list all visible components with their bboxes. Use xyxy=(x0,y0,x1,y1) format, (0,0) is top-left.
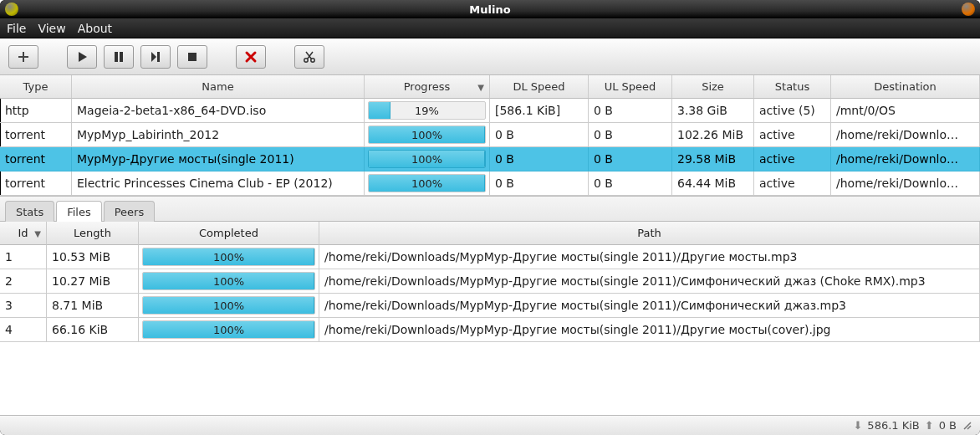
progress-bar: 100% xyxy=(142,296,315,315)
cell-type: http xyxy=(0,99,72,123)
cell-destination: /home/reki/Downlo… xyxy=(831,123,980,147)
cell-name: MypMyp_Labirinth_2012 xyxy=(72,123,365,147)
remove-button[interactable] xyxy=(236,45,266,69)
add-button[interactable] xyxy=(8,45,38,69)
cell-size: 29.58 MiB xyxy=(672,147,754,171)
menu-about[interactable]: About xyxy=(78,22,112,35)
cell-file-completed: 100% xyxy=(139,318,319,342)
tab-files[interactable]: Files xyxy=(56,201,102,222)
cell-type: torrent xyxy=(0,147,72,171)
cell-file-completed: 100% xyxy=(139,245,319,269)
cell-file-completed: 100% xyxy=(139,294,319,318)
col-progress[interactable]: Progress▼ xyxy=(365,75,490,99)
cell-destination: /home/reki/Downlo… xyxy=(831,171,980,196)
minimize-button[interactable] xyxy=(5,3,18,16)
downloads-header: Type Name Progress▼ DL Speed UL Speed Si… xyxy=(0,75,980,99)
cell-progress: 19% xyxy=(365,99,490,123)
x-icon xyxy=(244,50,258,64)
close-button[interactable] xyxy=(962,3,975,16)
cell-name: МурМур-Другие мосты(single 2011) xyxy=(72,147,365,171)
pause-icon xyxy=(112,50,125,64)
cell-ul-speed: 0 B xyxy=(589,99,672,123)
col-type[interactable]: Type xyxy=(0,75,72,99)
progress-bar: 19% xyxy=(368,101,486,120)
svg-rect-3 xyxy=(188,53,197,61)
cell-progress: 100% xyxy=(365,147,490,171)
cell-file-id: 3 xyxy=(0,294,47,318)
cell-status: active xyxy=(754,147,831,171)
cell-dl-speed: 0 B xyxy=(490,123,589,147)
start-button[interactable] xyxy=(67,45,97,69)
progress-bar: 100% xyxy=(368,150,486,168)
table-row[interactable]: 110.53 MiB100%/home/reki/Downloads/МурМу… xyxy=(0,245,980,269)
resize-grip[interactable] xyxy=(962,421,973,431)
progress-bar: 100% xyxy=(142,272,315,290)
stop-button[interactable] xyxy=(177,45,207,69)
cell-file-id: 4 xyxy=(0,318,47,342)
cell-dl-speed: [586.1 KiB] xyxy=(490,99,589,123)
cell-ul-speed: 0 B xyxy=(589,123,672,147)
col-file-completed[interactable]: Completed xyxy=(139,222,319,245)
downloads-table: Type Name Progress▼ DL Speed UL Speed Si… xyxy=(0,75,980,197)
cell-progress: 100% xyxy=(365,123,490,147)
cell-name: Electric Princesses Cinema Club - EP (20… xyxy=(72,171,365,196)
sort-desc-icon: ▼ xyxy=(34,228,41,238)
col-status[interactable]: Status xyxy=(754,75,831,99)
cell-file-path: /home/reki/Downloads/МурМур-Другие мосты… xyxy=(319,269,980,294)
cell-dl-speed: 0 B xyxy=(490,147,589,171)
col-file-id[interactable]: Id▼ xyxy=(0,222,47,245)
details-pane: Stats Files Peers Id▼ Length Completed P… xyxy=(0,197,980,415)
col-name[interactable]: Name xyxy=(72,75,365,99)
cell-size: 64.44 MiB xyxy=(672,171,754,196)
cell-size: 3.38 GiB xyxy=(672,99,754,123)
cell-dl-speed: 0 B xyxy=(490,171,589,196)
cut-button[interactable] xyxy=(294,45,324,69)
download-arrow-icon: ⬇ xyxy=(853,419,862,432)
cell-file-id: 1 xyxy=(0,245,47,269)
cell-file-path: /home/reki/Downloads/МурМур-Другие мосты… xyxy=(319,245,980,269)
table-row[interactable]: 210.27 MiB100%/home/reki/Downloads/МурМу… xyxy=(0,269,980,294)
progress-bar: 100% xyxy=(368,174,486,192)
next-icon xyxy=(149,50,162,64)
table-row[interactable]: httpMageia-2-beta1-x86_64-DVD.iso19%[586… xyxy=(0,99,980,123)
cell-ul-speed: 0 B xyxy=(589,171,672,196)
menubar: File View About xyxy=(0,18,980,38)
cell-destination: /home/reki/Downlo… xyxy=(831,147,980,171)
scissors-icon xyxy=(303,50,316,64)
table-row[interactable]: torrentElectric Princesses Cinema Club -… xyxy=(0,171,980,196)
cell-file-id: 2 xyxy=(0,269,47,294)
cell-type: torrent xyxy=(0,123,72,147)
cell-file-path: /home/reki/Downloads/МурМур-Другие мосты… xyxy=(319,318,980,342)
tab-peers[interactable]: Peers xyxy=(104,201,156,222)
cell-name: Mageia-2-beta1-x86_64-DVD.iso xyxy=(72,99,365,123)
table-row[interactable]: torrentМурМур-Другие мосты(single 2011)1… xyxy=(0,147,980,171)
stop-icon xyxy=(186,50,199,64)
titlebar[interactable]: Mulino xyxy=(0,0,980,18)
pause-button[interactable] xyxy=(104,45,134,69)
table-row[interactable]: 466.16 KiB100%/home/reki/Downloads/МурМу… xyxy=(0,318,980,342)
cell-file-length: 66.16 KiB xyxy=(47,318,139,342)
cell-ul-speed: 0 B xyxy=(589,147,672,171)
cell-type: torrent xyxy=(0,171,72,196)
col-size[interactable]: Size xyxy=(672,75,754,99)
next-button[interactable] xyxy=(140,45,171,69)
col-destination[interactable]: Destination xyxy=(831,75,980,99)
menu-view[interactable]: View xyxy=(38,22,65,35)
col-dl-speed[interactable]: DL Speed xyxy=(490,75,589,99)
progress-bar: 100% xyxy=(368,125,486,144)
menu-file[interactable]: File xyxy=(7,22,26,35)
svg-rect-2 xyxy=(157,52,160,62)
table-row[interactable]: torrentMypMyp_Labirinth_2012100%0 B0 B10… xyxy=(0,123,980,147)
tab-stats[interactable]: Stats xyxy=(5,201,54,222)
col-ul-speed[interactable]: UL Speed xyxy=(589,75,672,99)
sort-desc-icon: ▼ xyxy=(477,82,484,91)
statusbar: ⬇ 586.1 KiB ⬆ 0 B xyxy=(0,415,980,435)
table-row[interactable]: 38.71 MiB100%/home/reki/Downloads/МурМур… xyxy=(0,294,980,318)
toolbar xyxy=(0,38,980,75)
cell-file-length: 10.53 MiB xyxy=(47,245,139,269)
col-file-path[interactable]: Path xyxy=(319,222,980,245)
cell-destination: /mnt/0/OS xyxy=(831,99,980,123)
col-file-length[interactable]: Length xyxy=(47,222,139,245)
cell-status: active xyxy=(754,123,831,147)
plus-icon xyxy=(17,50,30,64)
